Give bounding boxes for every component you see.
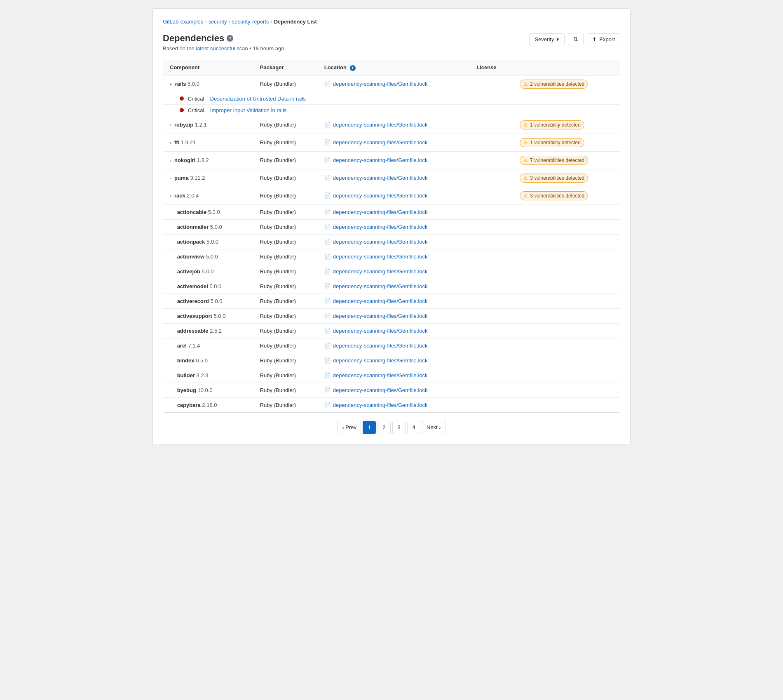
breadcrumb-security[interactable]: security (209, 19, 227, 25)
col-packager: Packager (253, 60, 318, 75)
page-title-section: Dependencies ? Based on the latest succe… (163, 33, 284, 52)
vuln-badge[interactable]: ⚠1 vulnerability detected (520, 138, 584, 147)
pagination-next[interactable]: Next › (422, 421, 445, 434)
component-name: builder (177, 372, 195, 378)
cell-license (470, 134, 513, 151)
cell-component: builder 3.2.3 (163, 368, 253, 383)
component-name: rubyzip (174, 122, 193, 128)
cell-packager: Ruby (Bundler) (253, 368, 318, 383)
component-version: 5.0.0 (188, 81, 199, 87)
table-row[interactable]: › puma 3.11.2 Ruby (Bundler) 📄 dependenc… (163, 169, 620, 187)
location-link[interactable]: 📄 dependency-scanning-files/Gemfile.lock (324, 313, 463, 319)
cell-location: 📄 dependency-scanning-files/Gemfile.lock (318, 308, 470, 323)
file-icon: 📄 (324, 298, 331, 304)
location-link[interactable]: 📄 dependency-scanning-files/Gemfile.lock (324, 402, 463, 408)
cell-packager: Ruby (Bundler) (253, 383, 318, 397)
table-row[interactable]: › rack 2.0.4 Ruby (Bundler) 📄 dependency… (163, 187, 620, 204)
file-icon: 📄 (324, 239, 331, 245)
pagination-page-3[interactable]: 3 (392, 421, 406, 434)
location-link[interactable]: 📄 dependency-scanning-files/Gemfile.lock (324, 139, 463, 146)
cell-packager: Ruby (Bundler) (253, 116, 318, 134)
file-icon: 📄 (324, 343, 331, 349)
component-version: 2.5.2 (210, 328, 222, 334)
table-row: capybara 2.18.0 Ruby (Bundler) 📄 depende… (163, 397, 620, 412)
location-link[interactable]: 📄 dependency-scanning-files/Gemfile.lock (324, 268, 463, 275)
location-link[interactable]: 📄 dependency-scanning-files/Gemfile.lock (324, 254, 463, 260)
breadcrumb-security-reports[interactable]: security-reports (232, 19, 269, 25)
pagination-prev[interactable]: ‹ Prev (338, 421, 361, 434)
cell-packager: Ruby (Bundler) (253, 219, 318, 234)
table-row[interactable]: › nokogiri 1.8.2 Ruby (Bundler) 📄 depend… (163, 151, 620, 169)
location-link[interactable]: 📄 dependency-scanning-files/Gemfile.lock (324, 193, 463, 199)
sort-button[interactable]: ⇅ (568, 33, 584, 45)
component-name: activejob (177, 268, 200, 275)
warning-icon: ⚠ (523, 193, 528, 199)
cell-vuln (513, 397, 620, 412)
warning-icon: ⚠ (523, 140, 528, 146)
pagination-page-4[interactable]: 4 (407, 421, 420, 434)
cell-license (470, 75, 513, 93)
component-name: activesupport (177, 313, 212, 319)
vuln-badge[interactable]: ⚠7 vulnerabilities detected (520, 156, 588, 165)
component-name: rack (174, 193, 185, 199)
location-link[interactable]: 📄 dependency-scanning-files/Gemfile.lock (324, 239, 463, 245)
location-link[interactable]: 📄 dependency-scanning-files/Gemfile.lock (324, 283, 463, 289)
cell-component: › rack 2.0.4 (163, 187, 253, 204)
location-link[interactable]: 📄 dependency-scanning-files/Gemfile.lock (324, 81, 463, 87)
location-link[interactable]: 📄 dependency-scanning-files/Gemfile.lock (324, 157, 463, 163)
table-row[interactable]: › rubyzip 1.2.1 Ruby (Bundler) 📄 depende… (163, 116, 620, 134)
file-icon: 📄 (324, 357, 331, 364)
cell-license (470, 234, 513, 249)
component-version: 0.5.0 (196, 357, 208, 364)
location-link[interactable]: 📄 dependency-scanning-files/Gemfile.lock (324, 343, 463, 349)
table-row: builder 3.2.3 Ruby (Bundler) 📄 dependenc… (163, 368, 620, 383)
vuln-badge[interactable]: ⚠3 vulnerabilities detected (520, 174, 588, 183)
vuln-link[interactable]: Improper Input Validation in rails (210, 107, 286, 113)
vuln-badge[interactable]: ⚠1 vulnerability detected (520, 120, 584, 129)
location-link[interactable]: 📄 dependency-scanning-files/Gemfile.lock (324, 175, 463, 181)
table-row: actionpack 5.0.0 Ruby (Bundler) 📄 depend… (163, 234, 620, 249)
cell-packager: Ruby (Bundler) (253, 279, 318, 294)
table-row[interactable]: ▾ rails 5.0.0 Ruby (Bundler) 📄 dependenc… (163, 75, 620, 93)
cell-vuln (513, 264, 620, 279)
location-link[interactable]: 📄 dependency-scanning-files/Gemfile.lock (324, 224, 463, 230)
component-name: actionpack (177, 239, 205, 245)
pagination-page-1[interactable]: 1 (363, 421, 376, 434)
cell-component: arel 7.1.4 (163, 338, 253, 353)
severity-filter-button[interactable]: Severity ▾ (529, 33, 565, 45)
file-icon: 📄 (324, 122, 331, 128)
page-subtitle: Based on the latest successful scan • 18… (163, 45, 284, 52)
chevron-icon: › (170, 194, 171, 198)
cell-location: 📄 dependency-scanning-files/Gemfile.lock (318, 204, 470, 219)
cell-vuln (513, 383, 620, 397)
breadcrumb-sep-3: › (270, 19, 272, 25)
location-link[interactable]: 📄 dependency-scanning-files/Gemfile.lock (324, 209, 463, 215)
location-link[interactable]: 📄 dependency-scanning-files/Gemfile.lock (324, 372, 463, 378)
location-link[interactable]: 📄 dependency-scanning-files/Gemfile.lock (324, 328, 463, 334)
component-version: 5.0.0 (209, 283, 221, 289)
table-row: byebug 10.0.0 Ruby (Bundler) 📄 dependenc… (163, 383, 620, 397)
chevron-icon: › (170, 141, 171, 145)
location-link[interactable]: 📄 dependency-scanning-files/Gemfile.lock (324, 357, 463, 364)
location-link[interactable]: 📄 dependency-scanning-files/Gemfile.lock (324, 122, 463, 128)
cell-component: ▾ rails 5.0.0 (163, 75, 253, 93)
cell-location: 📄 dependency-scanning-files/Gemfile.lock (318, 75, 470, 93)
location-link[interactable]: 📄 dependency-scanning-files/Gemfile.lock (324, 387, 463, 393)
location-link[interactable]: 📄 dependency-scanning-files/Gemfile.lock (324, 298, 463, 304)
table-row: arel 7.1.4 Ruby (Bundler) 📄 dependency-s… (163, 338, 620, 353)
cell-license (470, 187, 513, 204)
vuln-badge[interactable]: ⚠2 vulnerabilities detected (520, 80, 588, 89)
location-info-icon[interactable]: i (350, 65, 356, 71)
subtitle-link[interactable]: latest successful scan (196, 45, 248, 52)
breadcrumb-gitlab-examples[interactable]: GitLab-examples (163, 19, 203, 25)
export-button[interactable]: ⬆ Export (587, 33, 620, 45)
cell-packager: Ruby (Bundler) (253, 323, 318, 338)
help-icon[interactable]: ? (227, 35, 233, 42)
pagination-page-2[interactable]: 2 (377, 421, 391, 434)
table-row[interactable]: › ffi 1.9.21 Ruby (Bundler) 📄 dependency… (163, 134, 620, 151)
cell-packager: Ruby (Bundler) (253, 234, 318, 249)
vuln-link[interactable]: Deserialization of Untrusted Data in rai… (210, 96, 306, 102)
severity-dot-critical (180, 108, 184, 112)
cell-location: 📄 dependency-scanning-files/Gemfile.lock (318, 264, 470, 279)
vuln-badge[interactable]: ⚠3 vulnerabilities detected (520, 191, 588, 200)
